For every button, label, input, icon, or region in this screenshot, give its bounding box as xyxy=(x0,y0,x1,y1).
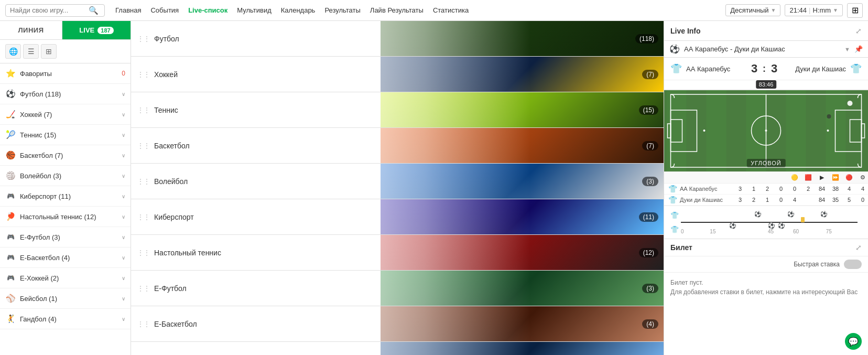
chevron-icon: ⋮⋮ xyxy=(137,249,150,256)
sport-row-football[interactable]: ⋮⋮ Футбол (118) xyxy=(131,21,664,57)
stats-team2-name: Дуки ди Кашиас xyxy=(680,197,732,203)
tennis-icon: 🎾 xyxy=(5,130,16,140)
score-team2: 3 xyxy=(768,62,780,76)
score-team1: 3 xyxy=(748,62,761,76)
nav-sobytiya[interactable]: События xyxy=(150,6,179,14)
sidebar-item-tennis[interactable]: 🎾 Теннис (15) ∨ xyxy=(0,125,131,145)
odds-format-label: Десятичный xyxy=(730,6,768,14)
esports-icon: 🎮 xyxy=(5,191,16,201)
time-display[interactable]: 21:44 | H:mm ▼ xyxy=(785,4,843,16)
sport-count-badge: (118) xyxy=(635,34,658,44)
right-panel: Live Info ⤢ ⚽ АА Карапебус - Дуки ди Каш… xyxy=(664,21,868,355)
sport-row-tennis[interactable]: ⋮⋮ Теннис (15) xyxy=(131,92,664,128)
list-icon-btn[interactable]: ☰ xyxy=(23,44,39,59)
sidebar-item-basketball[interactable]: 🏀 Баскетбол (7) ∨ xyxy=(0,145,131,166)
ticket-header: Билет ⤢ xyxy=(664,239,868,256)
svg-point-17 xyxy=(827,130,829,132)
quick-stake-label: Быстрая ставка xyxy=(794,261,840,268)
sport-row-basketball[interactable]: ⋮⋮ Баскетбол (7) xyxy=(131,128,664,164)
pin-icon[interactable]: 📌 xyxy=(854,45,863,53)
sidebar-item-hockey[interactable]: 🏒 Хоккей (7) ∨ xyxy=(0,104,131,125)
timeline-section: 👕 👕 0 15 45 60 75 ⚽ ⚽ ⚽ ⚽ ⚽ ⚽ xyxy=(664,206,868,239)
tabletennis-icon: 🏓 xyxy=(5,211,16,222)
grid-icon-btn[interactable]: ⊞ xyxy=(41,44,57,59)
sidebar-item-baseball[interactable]: ⚾ Бейсбол (1) ∨ xyxy=(0,288,131,309)
sport-row-esports[interactable]: ⋮⋮ Киберспорт (11) xyxy=(131,199,664,235)
timeline-min-45: 45 xyxy=(768,229,774,234)
sport-row-efootball[interactable]: ⋮⋮ Е-Футбол (3) xyxy=(131,271,664,306)
ticket-expand-icon[interactable]: ⤢ xyxy=(855,243,862,252)
sidebar-item-volleyball[interactable]: 🏐 Волейбол (3) ∨ xyxy=(0,166,131,186)
football-icon: ⚽ xyxy=(5,89,16,99)
nav-glavnaya[interactable]: Главная xyxy=(115,6,141,14)
nav-right: Десятичный ▼ 21:44 | H:mm ▼ ⊞ xyxy=(725,3,863,18)
chevron-icon: ⋮⋮ xyxy=(137,178,150,185)
svg-point-18 xyxy=(848,101,853,106)
search-box[interactable]: 🔍 xyxy=(5,4,105,17)
nav-calendar[interactable]: Календарь xyxy=(281,6,316,14)
chevron-icon: ⋮⋮ xyxy=(137,106,150,114)
globe-icon-btn[interactable]: 🌐 xyxy=(5,44,21,59)
chevron-icon: ∨ xyxy=(122,132,125,138)
expand-icon[interactable]: ⤢ xyxy=(855,27,862,35)
sport-count-badge: (15) xyxy=(639,105,658,115)
time-value: 21:44 xyxy=(789,6,807,14)
sidebar-item-esports[interactable]: 🎮 Киберспорт (11) ∨ xyxy=(0,186,131,207)
tab-liniya[interactable]: ЛИНИЯ xyxy=(0,21,62,39)
svg-rect-2 xyxy=(707,90,726,171)
stats-section: 🟡 🟥 ▶ ⏩ 🔴 ⚙ 👕 АА Карапебус 3 1 2 0 0 2 8… xyxy=(664,171,868,206)
sport-count-badge: (7) xyxy=(642,70,658,79)
baseball-icon: ⚾ xyxy=(5,293,16,304)
sidebar-item-favorites[interactable]: ⭐ Фавориты 0 xyxy=(0,63,131,84)
chat-button[interactable]: 💬 xyxy=(845,333,862,350)
tab-live[interactable]: LIVE 187 xyxy=(62,21,131,39)
chevron-icon: ⋮⋮ xyxy=(137,35,150,42)
nav-live-spisok[interactable]: Live-список xyxy=(188,6,227,14)
goal-event-2: ⚽ xyxy=(787,211,795,218)
field-label: УГЛОВОЙ xyxy=(746,159,786,167)
chevron-icon: ⋮⋮ xyxy=(137,320,150,328)
nav-multivid[interactable]: Мультивид xyxy=(237,6,272,14)
sidebar-favorites-label: Фавориты xyxy=(20,70,111,78)
sidebar-item-handball[interactable]: 🤾 Гандбол (4) ∨ xyxy=(0,309,131,329)
odds-format-dropdown[interactable]: Десятичный ▼ xyxy=(725,4,780,16)
quick-stake-toggle[interactable] xyxy=(844,260,862,269)
nav-live-results[interactable]: Лайв Результаты xyxy=(370,6,424,14)
stats-row-team2: 👕 Дуки ди Кашиас 3 2 1 0 4 84 35 5 0 xyxy=(664,195,868,206)
timeline-min-75: 75 xyxy=(826,229,832,234)
ehockey-icon: 🎮 xyxy=(5,273,16,283)
sport-row-ebasketball[interactable]: ⋮⋮ Е-Баскетбол (4) xyxy=(131,306,664,342)
sidebar-item-ehockey[interactable]: 🎮 Е-Хоккей (2) ∨ xyxy=(0,268,131,288)
live-info-title: Live Info xyxy=(670,27,701,35)
sidebar-item-tabletennis[interactable]: 🏓 Настольный теннис (12) ∨ xyxy=(0,207,131,227)
calculator-button[interactable]: ⊞ xyxy=(847,3,863,18)
sidebar-item-ebasketball[interactable]: 🎮 Е-Баскетбол (4) ∨ xyxy=(0,248,131,268)
nav-results[interactable]: Результаты xyxy=(324,6,360,14)
star-icon: ⭐ xyxy=(5,68,16,79)
ticket-title: Билет xyxy=(670,243,692,252)
team1-shirt-icon: 👕 xyxy=(670,63,682,74)
search-input[interactable] xyxy=(10,6,89,14)
sidebar-item-efootball[interactable]: 🎮 Е-Футбол (3) ∨ xyxy=(0,227,131,248)
match-chevron-icon[interactable]: ▼ xyxy=(844,46,850,52)
match-selector[interactable]: ⚽ АА Карапебус - Дуки ди Кашиас ▼ 📌 xyxy=(664,41,868,58)
nav-statistics[interactable]: Статистика xyxy=(433,6,469,14)
sidebar-item-football[interactable]: ⚽ Футбол (118) ∨ xyxy=(0,84,131,104)
sport-row-volleyball[interactable]: ⋮⋮ Волейбол (3) xyxy=(131,164,664,199)
live-count-badge: 187 xyxy=(97,27,113,34)
sport-count-badge: (11) xyxy=(639,212,658,222)
chevron-icon: ∨ xyxy=(122,234,125,240)
stats-team1-name: АА Карапебус xyxy=(680,186,732,192)
sport-row-tabletennis[interactable]: ⋮⋮ Настольный теннис (12) xyxy=(131,235,664,271)
goal-event-5: ⚽ xyxy=(768,222,775,229)
main-layout: ЛИНИЯ LIVE 187 🌐 ☰ ⊞ ⭐ Фавориты 0 ⚽ Футб… xyxy=(0,21,868,355)
timeline-min-60: 60 xyxy=(793,229,799,234)
match-timer: 83:46 xyxy=(756,80,777,89)
sport-count-badge: (3) xyxy=(642,177,658,186)
ebasketball-icon: 🎮 xyxy=(5,252,16,263)
svg-rect-4 xyxy=(786,90,806,171)
sport-row-hockey[interactable]: ⋮⋮ Хоккей (7) xyxy=(131,57,664,92)
chevron-icon: ∨ xyxy=(122,316,125,322)
chevron-down-icon: ▼ xyxy=(771,7,776,13)
sport-row-ehockey[interactable]: ⋮⋮ Е-Хоккей (2) xyxy=(131,342,664,355)
